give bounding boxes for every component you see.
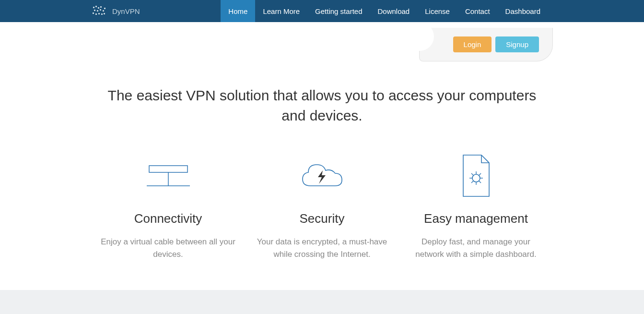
svg-line-22 — [471, 173, 473, 175]
feature-description: Your data is encrypted, a must-have whil… — [255, 236, 389, 261]
svg-rect-4 — [94, 10, 95, 11]
nav-download[interactable]: Download — [370, 0, 417, 22]
navbar: DynVPN Home Learn More Getting started D… — [0, 0, 644, 22]
svg-rect-3 — [100, 6, 102, 8]
nav-links: Home Learn More Getting started Download… — [221, 0, 644, 22]
feature-security: Security Your data is encrypted, a must-… — [245, 155, 399, 261]
svg-rect-13 — [104, 13, 105, 14]
features: Connectivity Enjoy a virtual cable betwe… — [0, 140, 644, 290]
nav-home[interactable]: Home — [221, 0, 255, 22]
svg-rect-9 — [95, 13, 97, 15]
feature-title: Connectivity — [101, 211, 235, 226]
nav-contact[interactable]: Contact — [457, 0, 498, 22]
cloud-bolt-icon — [255, 155, 389, 198]
brand-name: DynVPN — [112, 7, 140, 15]
feature-title: Easy management — [409, 211, 543, 226]
svg-rect-0 — [93, 7, 94, 8]
nav-license[interactable]: License — [417, 0, 457, 22]
svg-rect-6 — [100, 9, 101, 11]
network-icon — [101, 155, 235, 198]
file-gear-icon — [409, 155, 543, 198]
svg-rect-5 — [97, 10, 98, 12]
svg-rect-14 — [149, 166, 187, 172]
nav-getting-started[interactable]: Getting started — [307, 0, 370, 22]
svg-rect-10 — [98, 13, 100, 14]
feature-description: Deploy fast, and manage your network wit… — [409, 236, 543, 261]
brand-logo-icon — [91, 5, 107, 17]
feature-title: Security — [255, 211, 389, 226]
svg-rect-11 — [101, 13, 103, 15]
nav-dashboard[interactable]: Dashboard — [498, 0, 548, 22]
svg-line-25 — [471, 181, 473, 183]
feature-management: Easy management Deploy fast, and manage … — [399, 155, 553, 261]
svg-point-17 — [472, 174, 480, 182]
feature-connectivity: Connectivity Enjoy a virtual cable betwe… — [91, 155, 245, 261]
svg-rect-8 — [93, 12, 94, 14]
svg-line-24 — [479, 173, 481, 175]
login-button[interactable]: Login — [453, 36, 492, 52]
svg-rect-7 — [103, 10, 104, 12]
footer-band — [0, 290, 644, 314]
auth-pill: Login Signup — [419, 28, 553, 61]
brand[interactable]: DynVPN — [91, 0, 154, 22]
svg-line-23 — [479, 181, 481, 183]
feature-description: Enjoy a virtual cable between all your d… — [101, 236, 235, 261]
svg-rect-12 — [104, 8, 105, 9]
nav-learn-more[interactable]: Learn More — [255, 0, 307, 22]
signup-button[interactable]: Signup — [495, 36, 539, 52]
hero: The easiest VPN solution that allows you… — [0, 61, 644, 140]
svg-rect-1 — [95, 6, 97, 7]
hero-headline: The easiest VPN solution that allows you… — [96, 85, 548, 126]
auth-area: Login Signup — [0, 22, 644, 61]
svg-rect-2 — [98, 7, 99, 9]
